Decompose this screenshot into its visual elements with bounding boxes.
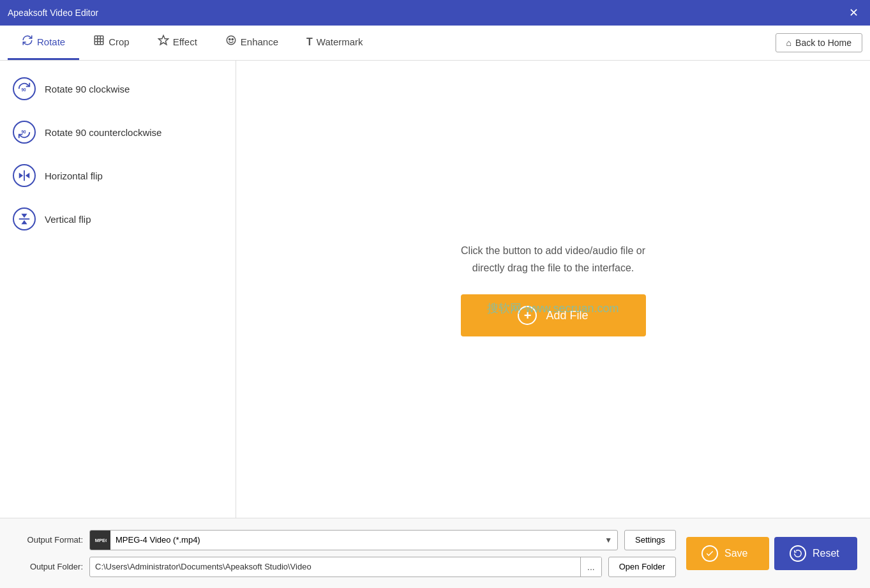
output-folder-label: Output Folder: [13,562,83,571]
save-button[interactable]: Save [686,537,769,570]
content-area: Click the button to add video/audio file… [236,61,870,518]
tab-watermark-label: Watermark [317,36,363,47]
bottombar: Output Format: MPEG MPEG-4 Video (*.mp4)… [0,518,870,588]
flip-v-option[interactable]: Vertical flip [0,197,236,241]
flip-v-icon [13,207,36,230]
tab-rotate[interactable]: Rotate [8,26,79,60]
add-file-button[interactable]: + Add File [461,294,646,336]
reset-label: Reset [813,548,839,559]
svg-text:MPEG: MPEG [95,538,107,543]
output-format-label: Output Format: [13,535,83,545]
svg-rect-0 [94,36,103,45]
flip-v-label: Vertical flip [45,214,91,225]
back-home-label: Back to Home [795,38,851,48]
crop-tab-icon [93,34,105,49]
tab-effect[interactable]: Effect [144,26,211,60]
svg-marker-13 [26,172,29,178]
format-icon: MPEG [90,531,110,550]
folder-path-text: C:\Users\Administrator\Documents\Apeakso… [90,562,580,571]
save-icon [701,545,718,562]
rotate-ccw-label: Rotate 90 counterclockwise [45,127,161,138]
toolbar: Rotate Crop Effect [0,26,870,61]
reset-button[interactable]: Reset [774,537,857,570]
open-folder-button[interactable]: Open Folder [608,557,676,577]
output-folder-row: Output Folder: C:\Users\Administrator\Do… [13,557,676,577]
tab-rotate-label: Rotate [37,36,65,47]
output-format-select[interactable]: MPEG-4 Video (*.mp4) [110,531,599,550]
bottombar-fields: Output Format: MPEG MPEG-4 Video (*.mp4)… [13,530,676,577]
svg-marker-15 [21,214,27,218]
close-button[interactable]: ✕ [844,4,862,22]
tab-enhance[interactable]: Enhance [211,26,292,60]
tab-enhance-label: Enhance [241,36,278,47]
settings-button[interactable]: Settings [624,530,676,550]
action-buttons: Save Reset [686,537,857,570]
reset-icon [790,545,806,562]
drop-text-line1: Click the button to add video/audio file… [461,245,645,256]
svg-marker-16 [21,220,27,224]
sidebar: 90 Rotate 90 clockwise 90 Rotate 90 coun… [0,61,236,518]
rotate-ccw-icon: 90 [13,121,36,144]
svg-text:90: 90 [21,130,26,134]
drop-instructions: Click the button to add video/audio file… [461,242,645,276]
tab-watermark[interactable]: T Watermark [292,26,377,60]
back-home-button[interactable]: ⌂ Back to Home [776,33,862,52]
rotate-cw-icon: 90 [13,77,36,100]
svg-point-6 [227,36,236,45]
folder-input-wrap: C:\Users\Administrator\Documents\Apeakso… [89,557,602,577]
rotate-tab-icon [22,34,33,49]
main-area: 90 Rotate 90 clockwise 90 Rotate 90 coun… [0,61,870,518]
flip-h-icon [13,164,36,187]
flip-h-option[interactable]: Horizontal flip [0,154,236,197]
format-select-wrap: MPEG MPEG-4 Video (*.mp4) ▼ [89,530,618,550]
rotate-cw-label: Rotate 90 clockwise [45,84,130,94]
tab-effect-label: Effect [173,36,197,47]
enhance-tab-icon [225,34,237,49]
svg-point-8 [232,38,233,40]
svg-text:90: 90 [21,87,26,92]
watermark-tab-icon: T [306,36,313,48]
add-file-label: Add File [546,309,588,322]
svg-marker-12 [19,172,23,178]
folder-browse-button[interactable]: ... [580,557,601,577]
tab-crop-label: Crop [109,36,130,47]
select-arrow-icon: ▼ [599,536,617,545]
back-home-icon: ⌂ [786,38,791,48]
save-label: Save [724,548,747,559]
svg-point-7 [229,38,230,40]
app-title: Apeaksoft Video Editor [8,8,844,18]
add-plus-icon: + [518,306,537,325]
output-format-row: Output Format: MPEG MPEG-4 Video (*.mp4)… [13,530,676,550]
effect-tab-icon [158,34,169,49]
drop-text-line2: directly drag the file to the interface. [472,262,634,273]
toolbar-right: ⌂ Back to Home [776,26,862,60]
svg-marker-5 [158,36,168,45]
rotate-ccw-option[interactable]: 90 Rotate 90 counterclockwise [0,110,236,154]
rotate-cw-option[interactable]: 90 Rotate 90 clockwise [0,67,236,110]
flip-h-label: Horizontal flip [45,170,103,181]
tab-crop[interactable]: Crop [79,26,144,60]
titlebar: Apeaksoft Video Editor ✕ [0,0,870,26]
